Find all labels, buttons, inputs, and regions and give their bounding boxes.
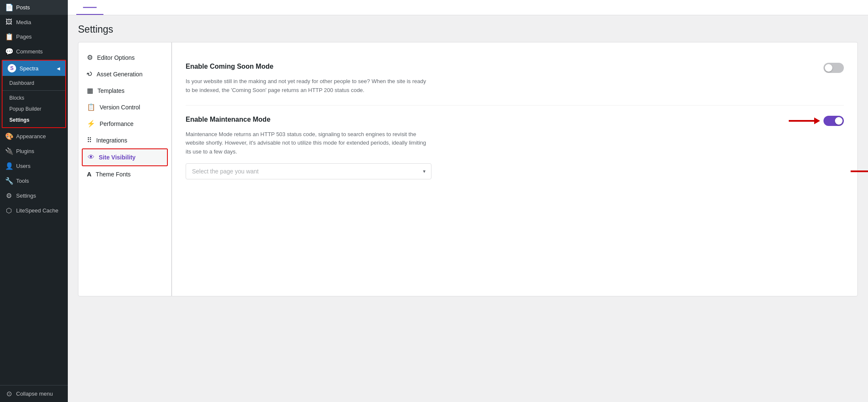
nav-site-visibility[interactable]: 👁 Site Visibility [82,148,168,166]
coming-soon-toggle[interactable] [823,63,844,73]
nav-version-control[interactable]: 📋 Version Control [78,99,171,115]
top-bar-tab-active[interactable]: ━━━━ [76,1,103,15]
nav-performance[interactable]: ⚡ Performance [78,115,171,132]
comments-icon: 💬 [5,47,13,56]
sidebar-item-pages[interactable]: 📋 Pages [0,29,68,44]
arrow-left-indicator [851,168,868,175]
content-area: Settings ⚙ Editor Options ↻ Asset Genera… [68,15,868,402]
maintenance-mode-toggle-knob [835,117,843,125]
maintenance-mode-header: Enable Maintenance Mode [186,116,844,126]
integrations-icon: ⠿ [87,136,92,144]
page-title: Settings [78,24,858,35]
coming-soon-setting: Enable Coming Soon Mode Is your website … [186,53,844,106]
media-icon: 🖼 [5,18,13,26]
spectra-logo: S [8,64,16,73]
sidebar-item-comments[interactable]: 💬 Comments [0,44,68,59]
page-select-container: Select the page you want ▾ [186,163,844,179]
sidebar-item-settings[interactable]: Settings [3,114,65,126]
maintenance-mode-toggle[interactable] [823,116,844,126]
spectra-item-left: S Spectra [8,64,39,73]
posts-icon: 📄 [5,3,13,11]
asset-generation-icon: ↻ [85,69,95,79]
performance-icon: ⚡ [87,120,95,128]
coming-soon-header: Enable Coming Soon Mode [186,63,844,73]
spectra-item[interactable]: S Spectra ◀ [3,61,65,76]
maintenance-mode-description: Maintenance Mode returns an HTTP 503 sta… [186,130,431,156]
tools-icon: 🔧 [5,177,13,185]
sidebar: 📄 Posts 🖼 Media 📋 Pages 💬 Comments S Spe… [0,0,68,402]
sidebar-item-users[interactable]: 👤 Users [0,159,68,173]
users-icon: 👤 [5,162,13,170]
coming-soon-toggle-knob [825,64,832,72]
sidebar-item-media[interactable]: 🖼 Media [0,15,68,29]
editor-options-icon: ⚙ [87,53,93,61]
sidebar-item-plugins[interactable]: 🔌 Plugins [0,144,68,159]
site-visibility-icon: 👁 [88,154,95,161]
nav-templates[interactable]: ▦ Templates [78,82,171,99]
nav-integrations[interactable]: ⠿ Integrations [78,132,171,148]
page-select-wrapper: Select the page you want ▾ [186,163,431,179]
page-select[interactable]: Select the page you want [186,163,431,179]
settings-content: Enable Coming Soon Mode Is your website … [172,42,857,296]
spectra-submenu: Dashboard Blocks Popup Builder Settings [3,76,65,127]
main-content: ━━━━ Settings ⚙ Editor Options ↻ Asset G… [68,0,868,402]
coming-soon-description: Is your website still in the making and … [186,77,431,95]
nav-editor-options[interactable]: ⚙ Editor Options [78,49,171,66]
templates-icon: ▦ [87,87,93,95]
plugins-icon: 🔌 [5,147,13,155]
version-control-icon: 📋 [87,103,95,111]
settings-panel: ⚙ Editor Options ↻ Asset Generation ▦ Te… [78,42,858,296]
arrow-left-body [851,170,868,172]
top-bar: ━━━━ [68,0,868,15]
maintenance-mode-title: Enable Maintenance Mode [186,116,270,123]
arrow-right-indicator [789,117,820,124]
sidebar-item-litespeed[interactable]: ⬡ LiteSpeed Cache [0,203,68,218]
sidebar-item-dashboard[interactable]: Dashboard [3,78,65,89]
pages-icon: 📋 [5,33,13,41]
sidebar-item-blocks[interactable]: Blocks [3,92,65,103]
litespeed-icon: ⬡ [5,207,13,215]
arrow-right-head [814,117,820,124]
coming-soon-title: Enable Coming Soon Mode [186,63,273,70]
spectra-group: S Spectra ◀ Dashboard Blocks Popup Build… [2,60,66,128]
sidebar-collapse[interactable]: ⊙ Collapse menu [0,385,68,402]
arrow-right-body [789,120,814,122]
theme-fonts-icon: A [87,170,92,178]
wp-settings-icon: ⚙ [5,192,13,200]
sidebar-item-popup-builder[interactable]: Popup Builder [3,103,65,114]
sidebar-item-appearance[interactable]: 🎨 Appearance [0,129,68,144]
nav-theme-fonts[interactable]: A Theme Fonts [78,166,171,182]
settings-nav: ⚙ Editor Options ↻ Asset Generation ▦ Te… [78,42,172,296]
maintenance-mode-setting: Enable Maintenance Mode Mai [186,106,844,190]
sidebar-item-tools[interactable]: 🔧 Tools [0,173,68,188]
sidebar-item-posts[interactable]: 📄 Posts [0,0,68,15]
collapse-icon: ⊙ [5,390,13,398]
sidebar-item-wp-settings[interactable]: ⚙ Settings [0,188,68,203]
nav-asset-generation[interactable]: ↻ Asset Generation [78,66,171,82]
appearance-icon: 🎨 [5,132,13,140]
